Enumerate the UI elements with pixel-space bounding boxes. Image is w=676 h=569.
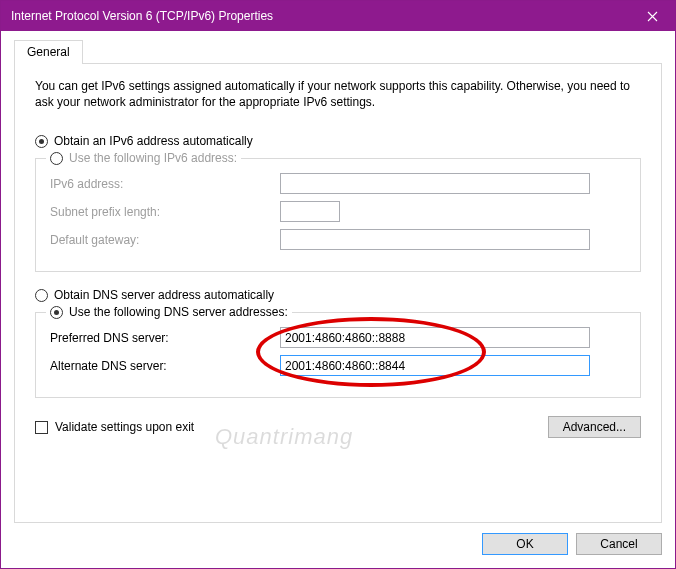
radio-dns-manual[interactable]: Use the following DNS server addresses:: [46, 305, 292, 319]
dns-groupbox: Use the following DNS server addresses: …: [35, 312, 641, 398]
tab-page-general: You can get IPv6 settings assigned autom…: [14, 63, 662, 523]
radio-ip-auto[interactable]: Obtain an IPv6 address automatically: [35, 134, 641, 148]
close-icon: [647, 11, 658, 22]
description-text: You can get IPv6 settings assigned autom…: [35, 78, 641, 110]
ip-groupbox: Use the following IPv6 address: IPv6 add…: [35, 158, 641, 272]
preferred-dns-input[interactable]: [280, 327, 590, 348]
radio-label: Obtain DNS server address automatically: [54, 288, 274, 302]
advanced-button[interactable]: Advanced...: [548, 416, 641, 438]
tabstrip: General: [14, 40, 662, 63]
radio-ip-manual[interactable]: Use the following IPv6 address:: [46, 151, 241, 165]
field-label: Subnet prefix length:: [50, 205, 280, 219]
radio-dns-auto[interactable]: Obtain DNS server address automatically: [35, 288, 641, 302]
validate-checkbox[interactable]: [35, 421, 48, 434]
ipv6-address-input: [280, 173, 590, 194]
radio-label: Use the following DNS server addresses:: [69, 305, 288, 319]
radio-label: Obtain an IPv6 address automatically: [54, 134, 253, 148]
client-area: General You can get IPv6 settings assign…: [1, 31, 675, 568]
field-label: Alternate DNS server:: [50, 359, 280, 373]
prefix-length-input: [280, 201, 340, 222]
bottom-row: Validate settings upon exit Advanced...: [35, 416, 641, 438]
default-gateway-input: [280, 229, 590, 250]
field-label: Default gateway:: [50, 233, 280, 247]
radio-icon: [35, 135, 48, 148]
tab-general[interactable]: General: [14, 40, 83, 64]
field-ipv6-address: IPv6 address:: [50, 173, 626, 194]
dialog-buttons: OK Cancel: [14, 523, 662, 555]
field-alternate-dns: Alternate DNS server:: [50, 355, 626, 376]
field-label: IPv6 address:: [50, 177, 280, 191]
radio-icon: [50, 152, 63, 165]
radio-label: Use the following IPv6 address:: [69, 151, 237, 165]
field-prefix-length: Subnet prefix length:: [50, 201, 626, 222]
close-button[interactable]: [630, 1, 675, 31]
field-label: Preferred DNS server:: [50, 331, 280, 345]
titlebar[interactable]: Internet Protocol Version 6 (TCP/IPv6) P…: [1, 1, 675, 31]
field-preferred-dns: Preferred DNS server:: [50, 327, 626, 348]
ok-button[interactable]: OK: [482, 533, 568, 555]
window-title: Internet Protocol Version 6 (TCP/IPv6) P…: [11, 9, 630, 23]
cancel-button[interactable]: Cancel: [576, 533, 662, 555]
radio-icon: [35, 289, 48, 302]
properties-window: Internet Protocol Version 6 (TCP/IPv6) P…: [0, 0, 676, 569]
radio-icon: [50, 306, 63, 319]
validate-label: Validate settings upon exit: [55, 420, 194, 434]
alternate-dns-input[interactable]: [280, 355, 590, 376]
field-default-gateway: Default gateway:: [50, 229, 626, 250]
